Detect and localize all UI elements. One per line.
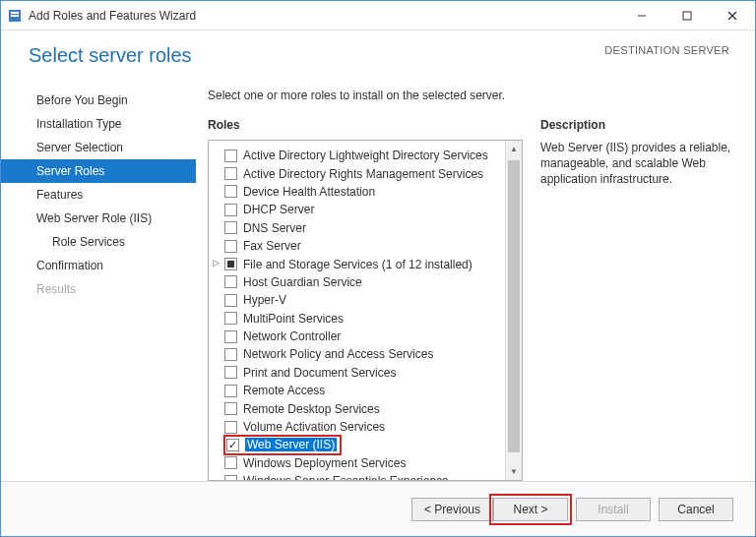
svg-rect-4 <box>683 12 691 20</box>
role-row[interactable]: Volume Activation Services <box>213 418 505 436</box>
role-row[interactable]: Active Directory Rights Management Servi… <box>213 164 505 182</box>
role-row[interactable]: Hyper-V <box>213 291 505 309</box>
scrollbar[interactable]: ▲ ▼ <box>505 141 522 480</box>
main-panel: Select one or more roles to install on t… <box>196 89 755 481</box>
role-row[interactable]: Web Server (IIS) <box>224 436 341 453</box>
nav-item[interactable]: Installation Type <box>1 112 196 136</box>
checkbox[interactable] <box>224 294 237 307</box>
header-row: Select server roles DESTINATION SERVER <box>1 30 755 67</box>
checkbox[interactable] <box>226 439 239 451</box>
role-label: Active Directory Lightweight Directory S… <box>243 149 488 162</box>
close-button[interactable] <box>710 1 755 30</box>
role-label: Network Policy and Access Services <box>243 347 433 361</box>
checkbox[interactable] <box>224 312 237 325</box>
nav-item[interactable]: Before You Begin <box>1 89 196 112</box>
window-controls <box>619 1 755 30</box>
role-label: Fax Server <box>243 239 301 253</box>
checkbox[interactable] <box>224 385 237 397</box>
nav-item[interactable]: Web Server Role (IIS) <box>1 207 196 230</box>
nav-item[interactable]: Server Selection <box>1 136 196 159</box>
wizard-window: Add Roles and Features Wizard Select ser… <box>0 0 756 537</box>
checkbox[interactable] <box>224 330 237 343</box>
role-label: Web Server (IIS) <box>245 438 337 451</box>
instruction-text: Select one or more roles to install on t… <box>208 89 731 118</box>
checkbox[interactable] <box>224 167 237 180</box>
role-row[interactable]: Active Directory Lightweight Directory S… <box>213 147 505 164</box>
role-label: DHCP Server <box>243 203 314 216</box>
nav-item: Results <box>1 277 196 301</box>
checkbox[interactable] <box>224 456 237 469</box>
description-label: Description <box>540 118 731 132</box>
role-row[interactable]: Host Guardian Service <box>213 273 505 291</box>
role-row[interactable]: Fax Server <box>213 237 505 255</box>
role-row[interactable]: DHCP Server <box>213 201 505 218</box>
role-row[interactable]: Remote Access <box>213 382 505 399</box>
window-title: Add Roles and Features Wizard <box>29 9 619 23</box>
footer: < Previous Next > Install Cancel <box>1 481 755 536</box>
minimize-button[interactable] <box>619 1 664 30</box>
role-label: Remote Access <box>243 384 325 397</box>
description-text: Web Server (IIS) provides a reliable, ma… <box>540 140 731 188</box>
titlebar: Add Roles and Features Wizard <box>1 1 755 30</box>
expander-icon[interactable]: ▷ <box>211 258 220 268</box>
svg-rect-1 <box>11 12 19 14</box>
roles-label: Roles <box>208 118 523 132</box>
roles-list: Active Directory Lightweight Directory S… <box>209 141 505 480</box>
role-label: Active Directory Rights Management Servi… <box>243 167 483 181</box>
checkbox[interactable] <box>224 185 237 198</box>
description-column: Description Web Server (IIS) provides a … <box>540 118 731 481</box>
checkbox[interactable] <box>224 402 237 415</box>
checkbox[interactable] <box>224 275 237 288</box>
checkbox[interactable] <box>224 366 237 379</box>
nav-item[interactable]: Role Services <box>1 230 196 254</box>
role-label: Windows Server Essentials Experience <box>243 474 449 480</box>
checkbox[interactable] <box>224 348 237 361</box>
role-label: Host Guardian Service <box>243 275 362 289</box>
checkbox[interactable] <box>224 258 237 270</box>
nav-sidebar: Before You BeginInstallation TypeServer … <box>1 89 196 481</box>
previous-button[interactable]: < Previous <box>411 498 493 521</box>
role-row[interactable]: MultiPoint Services <box>213 310 505 328</box>
install-button[interactable]: Install <box>576 498 651 521</box>
maximize-button[interactable] <box>664 1 710 30</box>
role-row[interactable]: Network Controller <box>213 328 505 345</box>
role-label: Remote Desktop Services <box>243 402 380 416</box>
checkbox[interactable] <box>224 149 237 162</box>
role-label: Network Controller <box>243 329 341 343</box>
roles-listbox[interactable]: Active Directory Lightweight Directory S… <box>208 140 523 481</box>
scroll-up-icon[interactable]: ▲ <box>506 141 522 157</box>
body: Before You BeginInstallation TypeServer … <box>1 67 755 481</box>
role-row[interactable]: ▷File and Storage Services (1 of 12 inst… <box>213 255 505 272</box>
role-label: Hyper-V <box>243 293 286 307</box>
checkbox[interactable] <box>224 221 237 234</box>
role-label: Windows Deployment Services <box>243 456 406 470</box>
role-label: Device Health Attestation <box>243 185 375 199</box>
checkbox[interactable] <box>224 475 237 480</box>
page-title: Select server roles <box>29 44 604 67</box>
role-row[interactable]: Windows Deployment Services <box>213 454 505 472</box>
role-row[interactable]: Print and Document Services <box>213 364 505 382</box>
role-label: DNS Server <box>243 221 306 235</box>
columns: Roles Active Directory Lightweight Direc… <box>208 118 731 481</box>
role-row[interactable]: Device Health Attestation <box>213 183 505 201</box>
scroll-thumb[interactable] <box>508 160 520 452</box>
roles-column: Roles Active Directory Lightweight Direc… <box>208 118 523 481</box>
scroll-down-icon[interactable]: ▼ <box>506 463 522 480</box>
nav-item[interactable]: Features <box>1 183 196 207</box>
checkbox[interactable] <box>224 240 237 253</box>
nav-item[interactable]: Server Roles <box>1 159 196 183</box>
nav-item[interactable]: Confirmation <box>1 254 196 277</box>
app-icon <box>7 8 23 24</box>
role-row[interactable]: Network Policy and Access Services <box>213 345 505 363</box>
checkbox[interactable] <box>224 421 237 434</box>
role-row[interactable]: Windows Server Essentials Experience <box>213 472 505 480</box>
next-button[interactable]: Next > <box>493 498 568 521</box>
role-label: MultiPoint Services <box>243 312 344 326</box>
checkbox[interactable] <box>224 204 237 216</box>
role-row[interactable]: DNS Server <box>213 219 505 237</box>
cancel-button[interactable]: Cancel <box>659 498 733 521</box>
role-row[interactable]: Remote Desktop Services <box>213 399 505 417</box>
role-label: File and Storage Services (1 of 12 insta… <box>243 258 472 271</box>
role-label: Volume Activation Services <box>243 420 385 434</box>
prev-next-group: < Previous Next > <box>411 498 568 521</box>
